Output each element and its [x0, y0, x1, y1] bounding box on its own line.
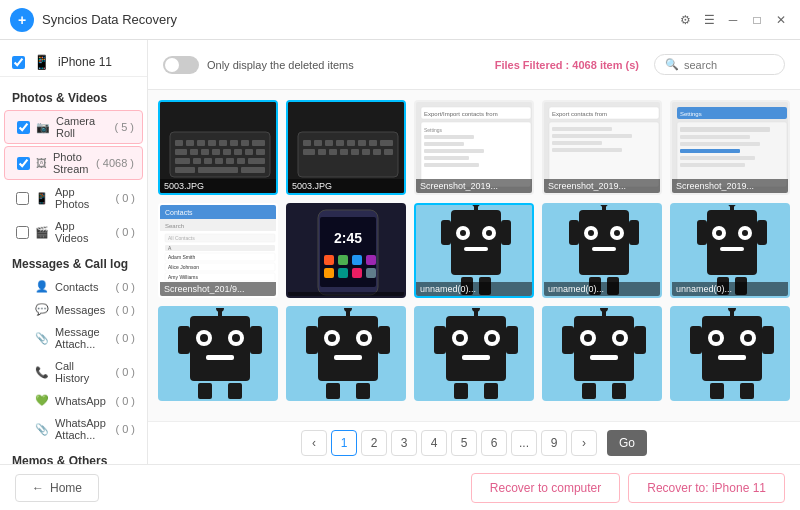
- bottombar: ← Home Recover to computer Recover to: i…: [0, 464, 800, 510]
- svg-rect-72: [680, 156, 755, 160]
- svg-point-173: [488, 334, 496, 342]
- camera-roll-count: ( 5 ): [114, 121, 134, 133]
- sidebar-item-photo-stream[interactable]: 🖼 Photo Stream ( 4068 ): [4, 146, 143, 180]
- svg-rect-139: [757, 220, 767, 245]
- svg-rect-180: [574, 316, 634, 381]
- search-input[interactable]: [684, 59, 774, 71]
- thumb-robot-3[interactable]: unnamed(0)...: [670, 203, 790, 298]
- maximize-button[interactable]: □: [748, 11, 766, 29]
- svg-rect-149: [198, 383, 212, 399]
- thumb-robot-big-1[interactable]: [158, 306, 278, 401]
- thumb-label: Screenshot_201/9...: [160, 282, 276, 296]
- app-videos-checkbox[interactable]: [16, 226, 29, 239]
- svg-text:Search: Search: [165, 223, 184, 229]
- app-title: Syncios Data Recovery: [42, 12, 676, 27]
- thumb-robot-big-3[interactable]: [414, 306, 534, 401]
- page-4-button[interactable]: 4: [421, 430, 447, 456]
- thumb-label: unnamed(0)...: [672, 282, 788, 296]
- close-button[interactable]: ✕: [772, 11, 790, 29]
- thumb-phone-screen[interactable]: 2:45: [286, 203, 406, 298]
- svg-rect-102: [451, 210, 501, 275]
- page-2-button[interactable]: 2: [361, 430, 387, 456]
- sidebar-item-whatsapp[interactable]: 💚 WhatsApp ( 0 ): [4, 390, 143, 411]
- sidebar-item-whatsapp-attach[interactable]: 📎 WhatsApp Attach... ( 0 ): [4, 413, 143, 445]
- svg-rect-20: [204, 158, 212, 164]
- svg-rect-122: [592, 247, 616, 251]
- thumb-robot-1[interactable]: unnamed(0)...: [414, 203, 534, 298]
- thumb-robot-2[interactable]: unnamed(0)...: [542, 203, 662, 298]
- thumb-robot-big-4[interactable]: [542, 306, 662, 401]
- thumb-robot-big-5[interactable]: [670, 306, 790, 401]
- svg-text:Adam Smith: Adam Smith: [168, 254, 195, 260]
- svg-rect-193: [702, 316, 762, 381]
- next-page-button[interactable]: ›: [571, 430, 597, 456]
- toggle-label: Only display the deleted items: [207, 59, 354, 71]
- deleted-items-toggle[interactable]: [163, 56, 199, 74]
- thumb-screenshot-3[interactable]: Settings Screenshot_2019...: [670, 100, 790, 195]
- camera-roll-label: Camera Roll: [56, 115, 108, 139]
- minimize-button[interactable]: ─: [724, 11, 742, 29]
- page-1-button[interactable]: 1: [331, 430, 357, 456]
- camera-icon: 📷: [36, 121, 50, 134]
- page-5-button[interactable]: 5: [451, 430, 477, 456]
- svg-rect-19: [193, 158, 201, 164]
- page-6-button[interactable]: 6: [481, 430, 507, 456]
- camera-roll-checkbox[interactable]: [17, 121, 30, 134]
- sidebar-item-app-videos[interactable]: 🎬 App Videos ( 0 ): [4, 216, 143, 248]
- home-label: Home: [50, 481, 82, 495]
- svg-rect-25: [175, 167, 195, 173]
- svg-rect-162: [326, 383, 340, 399]
- thumb-contacts-screen[interactable]: Contacts Search All Contacts A Adam Smit…: [158, 203, 278, 298]
- call-history-count: ( 0 ): [115, 366, 135, 378]
- thumb-screenshot-2[interactable]: Export contacts from Screenshot_2019...: [542, 100, 662, 195]
- whatsapp-attach-count: ( 0 ): [115, 423, 135, 435]
- recover-phone-button[interactable]: Recover to: iPhone 11: [628, 473, 785, 503]
- sidebar-item-call-history[interactable]: 📞 Call History ( 0 ): [4, 356, 143, 388]
- svg-rect-200: [718, 355, 746, 360]
- messages-count: ( 0 ): [115, 304, 135, 316]
- sidebar-item-messages[interactable]: 💬 Messages ( 0 ): [4, 299, 143, 320]
- svg-rect-109: [464, 247, 488, 251]
- msg-attach-label: Message Attach...: [55, 326, 109, 350]
- svg-rect-14: [223, 149, 231, 155]
- thumb-screenshot-1[interactable]: Export/Import contacts from Settings Scr…: [414, 100, 534, 195]
- grid-row-2: Contacts Search All Contacts A Adam Smit…: [158, 203, 790, 298]
- sidebar-item-app-photos[interactable]: 📱 App Photos ( 0 ): [4, 182, 143, 214]
- prev-page-button[interactable]: ‹: [301, 430, 327, 456]
- section-title-photos: Photos & Videos: [0, 83, 147, 109]
- svg-rect-165: [378, 326, 390, 354]
- svg-rect-68: [680, 127, 770, 132]
- page-3-button[interactable]: 3: [391, 430, 417, 456]
- search-box: 🔍: [654, 54, 785, 75]
- msg-attach-count: ( 0 ): [115, 332, 135, 344]
- app-photos-checkbox[interactable]: [16, 192, 29, 205]
- svg-rect-2: [175, 140, 183, 146]
- go-button[interactable]: Go: [607, 430, 647, 456]
- sidebar-item-msg-attach[interactable]: 📎 Message Attach... ( 0 ): [4, 322, 143, 354]
- device-checkbox[interactable]: [12, 56, 25, 69]
- svg-rect-177: [434, 326, 446, 354]
- svg-text:Settings: Settings: [424, 127, 443, 133]
- svg-rect-191: [634, 326, 646, 354]
- svg-rect-7: [230, 140, 238, 146]
- svg-rect-151: [178, 326, 190, 354]
- home-button[interactable]: ← Home: [15, 474, 99, 502]
- photo-stream-checkbox[interactable]: [17, 157, 30, 170]
- thumb-keyboard-2[interactable]: 5003.JPG: [286, 100, 406, 195]
- svg-text:Export contacts from: Export contacts from: [552, 111, 607, 117]
- sidebar-item-contacts[interactable]: 👤 Contacts ( 0 ): [4, 276, 143, 297]
- svg-rect-167: [446, 316, 506, 381]
- sidebar-item-camera-roll[interactable]: 📷 Camera Roll ( 5 ): [4, 110, 143, 144]
- settings-button[interactable]: ⚙: [676, 11, 694, 29]
- menu-button[interactable]: ☰: [700, 11, 718, 29]
- recover-computer-button[interactable]: Recover to computer: [471, 473, 620, 503]
- svg-rect-39: [318, 149, 326, 155]
- svg-rect-187: [590, 355, 618, 360]
- app-photos-label: App Photos: [55, 186, 109, 210]
- thumb-keyboard-1[interactable]: 5003.JPG: [158, 100, 278, 195]
- page-9-button[interactable]: 9: [541, 430, 567, 456]
- svg-rect-23: [237, 158, 245, 164]
- svg-rect-70: [680, 142, 760, 146]
- app-photo-icon: 📱: [35, 192, 49, 205]
- thumb-robot-big-2[interactable]: [286, 306, 406, 401]
